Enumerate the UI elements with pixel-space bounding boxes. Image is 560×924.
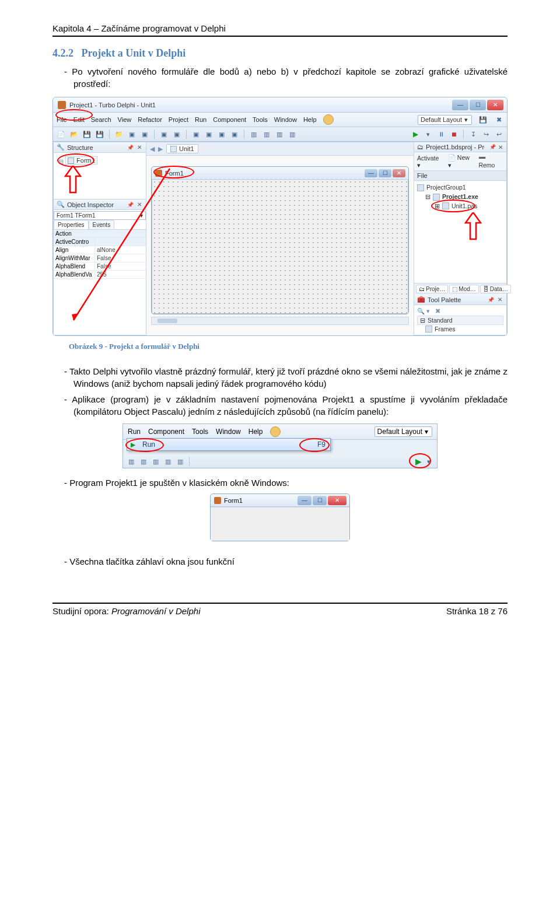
menu-window[interactable]: Window (216, 428, 241, 436)
minimize-button[interactable]: — (298, 496, 312, 505)
close-button[interactable]: ✕ (328, 496, 346, 505)
pin-icon[interactable]: 📌 (127, 202, 134, 208)
tree-unit[interactable]: ⊞ Unit1.pas (417, 202, 503, 211)
minimize-button[interactable]: — (365, 169, 377, 177)
delete-layout-icon[interactable]: ✖ (494, 115, 503, 124)
palette-category-standard[interactable]: ⊟ Standard (417, 316, 503, 325)
menu-refactor[interactable]: Refactor (138, 116, 162, 123)
tool-icon[interactable]: ▣ (140, 130, 149, 139)
step-icon[interactable]: ↪ (481, 130, 491, 139)
section-num: 4.2.2 (52, 47, 74, 59)
tool-icon[interactable]: ▣ (127, 130, 136, 139)
menu-window[interactable]: Window (274, 116, 297, 123)
align-icon[interactable]: ▥ (275, 130, 284, 139)
align-icon[interactable]: ▥ (262, 130, 271, 139)
tool-icon[interactable]: ▣ (217, 130, 226, 139)
menu-edit[interactable]: Edit (74, 116, 85, 123)
tab-events[interactable]: Events (89, 220, 115, 229)
new-button[interactable]: 📄 New ▾ (448, 154, 474, 169)
run-icon[interactable]: ▶ (411, 130, 420, 139)
run-dropdown-icon[interactable]: ▾ (424, 457, 433, 466)
menu-tools[interactable]: Tools (192, 428, 208, 436)
pin-icon[interactable]: 📌 (488, 297, 494, 303)
close-icon[interactable]: ✕ (496, 296, 503, 303)
close-icon[interactable]: ✕ (136, 144, 143, 151)
tool-icon[interactable]: ▣ (204, 130, 214, 139)
subtab-project[interactable]: 🗂 Proje… (416, 285, 448, 293)
align-icon[interactable]: ▥ (151, 457, 160, 466)
menu-view[interactable]: View (118, 116, 132, 123)
structure-panel-header: 🔧 Structure 📌 ✕ (54, 142, 146, 153)
menu-tools[interactable]: Tools (253, 116, 268, 123)
section-title: Projekt a Unit v Delphi (82, 47, 186, 59)
tab-nav-left-icon[interactable]: ◀ (150, 145, 155, 153)
step-icon[interactable]: ↩ (494, 130, 503, 139)
tool-icon[interactable]: ▣ (172, 130, 181, 139)
minimize-button[interactable]: — (452, 100, 468, 110)
pin-icon[interactable]: 📌 (489, 144, 496, 150)
saveall-icon[interactable]: 💾 (95, 130, 104, 139)
align-icon[interactable]: ▥ (176, 457, 185, 466)
run-menu-screenshot: Run Component Tools Window Help Default … (123, 424, 438, 468)
remove-button[interactable]: ➖ Remo (478, 154, 503, 169)
subtab-data[interactable]: 🗄 Data… (480, 285, 511, 293)
open-icon[interactable]: 📂 (69, 130, 79, 139)
tool-icon[interactable]: ▣ (159, 130, 169, 139)
layout-selector[interactable]: Default Layout ▾ (418, 115, 472, 125)
activate-button[interactable]: Activate ▾ (417, 155, 443, 169)
close-icon[interactable]: ✕ (498, 144, 503, 150)
align-icon[interactable]: ▥ (139, 457, 148, 466)
save-layout-icon[interactable]: 💾 (478, 115, 488, 124)
maximize-button[interactable]: ☐ (379, 169, 391, 177)
menu-search[interactable]: Search (91, 116, 111, 123)
bullet-app-run: Aplikace (program) je v základním nastav… (74, 393, 508, 418)
oi-object-selector[interactable]: Form1 TForm1 ▾ (54, 211, 146, 220)
layout-selector[interactable]: Default Layout ▾ (374, 426, 432, 437)
menu-help[interactable]: Help (249, 428, 263, 436)
align-icon[interactable]: ▥ (163, 457, 173, 466)
chevron-down-icon: ▾ (464, 116, 468, 124)
run-dropdown-icon[interactable]: ▾ (424, 130, 433, 139)
tab-nav-right-icon[interactable]: ▶ (158, 145, 163, 153)
close-button[interactable]: ✕ (487, 100, 503, 110)
exe-icon (433, 194, 440, 201)
tab-properties[interactable]: Properties (54, 220, 89, 229)
close-button[interactable]: ✕ (393, 169, 405, 177)
tree-exe[interactable]: ⊟ Project1.exe (417, 192, 503, 202)
close-icon[interactable]: ✕ (136, 201, 143, 208)
horizontal-scrollbar[interactable] (151, 317, 409, 325)
tool-icon[interactable]: ▣ (230, 130, 239, 139)
design-form-window[interactable]: Form1 — ☐ ✕ (151, 166, 409, 314)
structure-form-node[interactable]: Form1 (65, 156, 97, 164)
align-icon[interactable]: ▥ (127, 457, 136, 466)
align-icon[interactable]: ▥ (288, 130, 297, 139)
menu-run[interactable]: Run (128, 428, 141, 436)
maximize-button[interactable]: ☐ (470, 100, 486, 110)
menu-component[interactable]: Component (148, 428, 184, 436)
subtab-model[interactable]: ⬚ Mod… (449, 285, 478, 293)
palette-item-frames[interactable]: Frames (417, 325, 503, 333)
intro-list: Po vytvoření nového formuláře dle bodů a… (52, 65, 508, 90)
align-icon[interactable]: ▥ (249, 130, 258, 139)
new-icon[interactable]: 📄 (57, 130, 66, 139)
design-surface[interactable] (152, 180, 408, 314)
pause-icon[interactable]: ⏸ (436, 130, 446, 139)
structure-body: ⊟ Form1 (54, 153, 146, 200)
menu-item-run[interactable]: ▶ Run F9 (127, 439, 330, 450)
pin-icon[interactable]: 📌 (127, 145, 134, 150)
menu-help[interactable]: Help (303, 116, 317, 123)
right-sub-tabs: 🗂 Proje… ⬚ Mod… 🗄 Data… (414, 283, 506, 295)
menu-file[interactable]: File (57, 116, 67, 123)
tool-icon[interactable]: ▣ (191, 130, 201, 139)
menu-component[interactable]: Component (213, 116, 246, 123)
menu-project[interactable]: Project (169, 116, 188, 123)
step-icon[interactable]: ↧ (468, 130, 478, 139)
tab-unit1[interactable]: Unit1 (166, 144, 198, 153)
run-icon[interactable]: ▶ (414, 457, 423, 466)
tree-root[interactable]: ProjectGroup1 (417, 183, 503, 192)
stop-icon[interactable]: ⏹ (449, 130, 459, 139)
menu-run[interactable]: Run (195, 116, 206, 123)
folder-icon[interactable]: 📁 (114, 130, 124, 139)
save-icon[interactable]: 💾 (82, 130, 92, 139)
maximize-button[interactable]: ☐ (313, 496, 327, 505)
